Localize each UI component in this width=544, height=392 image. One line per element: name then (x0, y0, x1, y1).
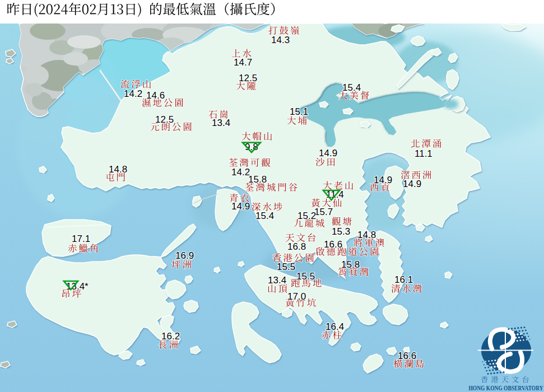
svg-text:HONG KONG OBSERVATORY: HONG KONG OBSERVATORY (469, 384, 543, 392)
svg-text:17.1: 17.1 (72, 234, 90, 244)
svg-text:15.1: 15.1 (290, 106, 308, 117)
svg-text:11.1: 11.1 (415, 148, 433, 159)
svg-text:14.3: 14.3 (271, 35, 290, 45)
svg-text:16.6: 16.6 (324, 239, 342, 250)
svg-text:14.2: 14.2 (231, 167, 250, 178)
svg-text:15.5: 15.5 (296, 271, 315, 282)
svg-text:14.9: 14.9 (403, 179, 421, 189)
svg-text:17.0: 17.0 (287, 291, 306, 302)
svg-text:14.9: 14.9 (374, 175, 392, 185)
svg-text:12.5: 12.5 (155, 114, 174, 125)
svg-text:12.5: 12.5 (239, 73, 257, 83)
svg-text:14.2: 14.2 (124, 88, 142, 99)
svg-text:16.2: 16.2 (161, 331, 180, 342)
svg-text:16.4: 16.4 (326, 321, 344, 332)
svg-text:16.6: 16.6 (398, 351, 416, 361)
svg-text:13.4: 13.4 (268, 275, 286, 286)
svg-text:15.4: 15.4 (255, 211, 274, 221)
svg-text:15.4: 15.4 (342, 82, 361, 93)
svg-text:15.3: 15.3 (332, 226, 350, 237)
svg-text:14.9: 14.9 (231, 201, 250, 212)
svg-text:14.8: 14.8 (357, 230, 376, 240)
svg-text:14.9: 14.9 (319, 148, 337, 158)
svg-text:15.7: 15.7 (314, 207, 333, 217)
svg-text:13.4*: 13.4* (66, 281, 89, 292)
svg-text:14.6: 14.6 (146, 90, 165, 101)
svg-text:16.9: 16.9 (175, 250, 194, 261)
svg-text:15.2: 15.2 (297, 211, 316, 221)
svg-text:15.8: 15.8 (248, 174, 267, 185)
svg-text:14.7: 14.7 (234, 57, 252, 68)
svg-text:16.1: 16.1 (394, 274, 413, 285)
svg-text:15.5: 15.5 (277, 262, 295, 272)
svg-text:14.8: 14.8 (109, 164, 127, 175)
svg-text:16.8: 16.8 (287, 241, 306, 252)
svg-text:15.8: 15.8 (341, 259, 360, 270)
svg-text:13.4: 13.4 (212, 118, 230, 128)
